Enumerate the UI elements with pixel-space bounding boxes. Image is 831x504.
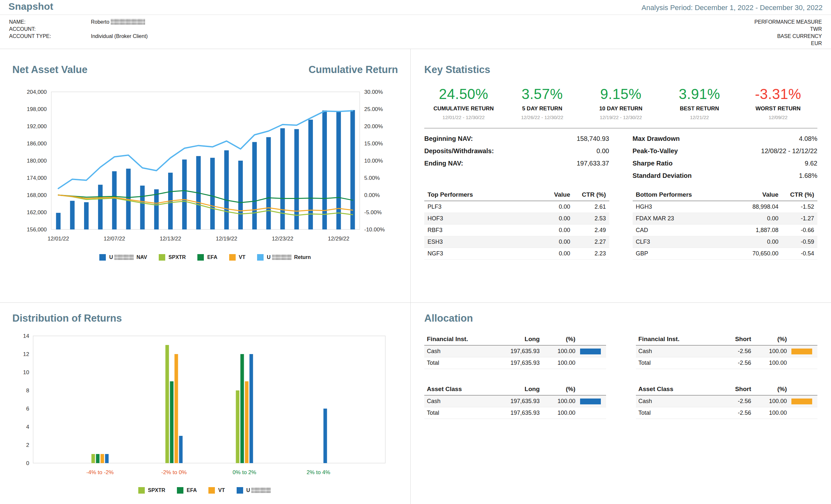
allocation-row-value: -2.56 bbox=[689, 348, 751, 355]
legend-label: EFA bbox=[187, 487, 197, 493]
performer-ctr: -1.52 bbox=[778, 204, 814, 210]
account-info-section: NAME: Roberto ACCOUNT: ACCOUNT TYPE: Ind… bbox=[0, 15, 831, 49]
performer-row: HGH388,998.04-1.52 bbox=[633, 201, 818, 213]
detail-row: Deposits/Withdrawals:0.00 bbox=[424, 145, 609, 157]
account-info-left: NAME: Roberto ACCOUNT: ACCOUNT TYPE: Ind… bbox=[9, 19, 148, 49]
detail-value: 4.08% bbox=[799, 132, 818, 145]
allocation-row-pct: 100.00 bbox=[751, 398, 787, 405]
allocation-row-value: 197,635.93 bbox=[478, 398, 540, 405]
performer-row: PLF30.002.61 bbox=[424, 201, 609, 213]
performance-measure-label: PERFORMANCE MEASURE bbox=[754, 19, 822, 25]
legend-item: EFA bbox=[177, 487, 197, 494]
performer-row: HOF30.002.53 bbox=[424, 213, 609, 225]
stat-10-day-return: 9.15%10 DAY RETURN12/19/22 - 12/30/22 bbox=[581, 86, 660, 120]
svg-text:174,000: 174,000 bbox=[27, 175, 47, 181]
svg-text:12/19/22: 12/19/22 bbox=[216, 236, 237, 242]
performer-ctr: -0.66 bbox=[778, 227, 814, 234]
stat-label: WORST RETURN bbox=[739, 106, 818, 112]
allocation-total-label: Total bbox=[638, 410, 690, 416]
allocation-header-category: Asset Class bbox=[427, 386, 478, 393]
redacted-text bbox=[114, 255, 134, 260]
allocation-total-value: 197,635.93 bbox=[478, 410, 540, 416]
info-row-name: NAME: Roberto bbox=[9, 19, 148, 25]
detail-row: Ending NAV:197,633.37 bbox=[424, 157, 609, 170]
allocation-tables: Financial Inst.Long(%)Cash197,635.93100.… bbox=[424, 333, 818, 419]
detail-label: Sharpe Ratio bbox=[633, 157, 672, 170]
legend-label: EFA bbox=[207, 255, 217, 260]
name-label: NAME: bbox=[9, 19, 91, 25]
performer-ctr: -0.54 bbox=[778, 250, 814, 257]
distribution-chart: 02468101214-4% to -2%-2% to 0%0% to 2%2%… bbox=[12, 333, 391, 479]
allocation-bar bbox=[792, 398, 812, 404]
legend-label: SPXTR bbox=[148, 487, 165, 493]
top-performers-table: Top PerformersValueCTR (%)PLF30.002.61HO… bbox=[424, 189, 609, 260]
stat-label: 5 DAY RETURN bbox=[503, 106, 581, 112]
stat-cumulative-return: 24.50%CUMULATIVE RETURN12/01/22 - 12/30/… bbox=[424, 86, 503, 120]
legend-swatch bbox=[197, 254, 204, 261]
performers-header-row: Top PerformersValueCTR (%) bbox=[424, 189, 609, 201]
allocation-row-pct: 100.00 bbox=[540, 348, 576, 355]
performer-ctr: 2.53 bbox=[570, 215, 606, 222]
detail-value: 12/08/22 - 12/12/22 bbox=[761, 145, 818, 157]
allocation-table-asset-class-short: Asset ClassShort(%)Cash-2.56100.00Total-… bbox=[636, 383, 818, 419]
allocation-bar-cell bbox=[787, 398, 815, 404]
performer-ctr: -1.27 bbox=[778, 215, 814, 222]
stat-label: CUMULATIVE RETURN bbox=[424, 106, 503, 112]
svg-text:12/07/22: 12/07/22 bbox=[104, 236, 125, 242]
allocation-header-pct: (%) bbox=[751, 386, 787, 393]
allocation-row-name: Cash bbox=[427, 348, 478, 355]
performer-symbol: PLF3 bbox=[428, 204, 515, 210]
detail-label: Ending NAV: bbox=[424, 157, 463, 170]
allocation-bar-cell bbox=[576, 398, 603, 404]
performer-symbol: NGF3 bbox=[428, 250, 515, 257]
legend-label: U bbox=[247, 487, 273, 493]
key-stats-highlights: 24.50%CUMULATIVE RETURN12/01/22 - 12/30/… bbox=[424, 86, 818, 120]
nav-section: Net Asset Value Cumulative Return 156,00… bbox=[0, 49, 411, 303]
allocation-total-pct: 100.00 bbox=[540, 360, 576, 366]
net-asset-value-title: Net Asset Value bbox=[12, 64, 87, 76]
performer-ctr: 2.61 bbox=[570, 204, 606, 210]
allocation-total-label: Total bbox=[427, 410, 478, 416]
allocation-header-side: Long bbox=[478, 386, 540, 393]
svg-text:-10.00%: -10.00% bbox=[364, 227, 385, 233]
allocation-header-side: Long bbox=[478, 335, 540, 343]
detail-label: Beginning NAV: bbox=[424, 132, 473, 145]
performer-symbol: CLF3 bbox=[636, 239, 723, 245]
svg-text:12/29/22: 12/29/22 bbox=[328, 236, 349, 242]
detail-value: 197,633.37 bbox=[576, 157, 609, 170]
detail-row: Peak-To-Valley12/08/22 - 12/12/22 bbox=[633, 145, 818, 157]
stat-label: BEST RETURN bbox=[660, 106, 739, 112]
allocation-row-name: Cash bbox=[427, 398, 478, 405]
performance-measure-value: TWR bbox=[754, 26, 822, 32]
allocation-table-financial-inst-long: Financial Inst.Long(%)Cash197,635.93100.… bbox=[424, 333, 606, 369]
legend-item: VT bbox=[208, 487, 225, 494]
account-type-label: ACCOUNT TYPE: bbox=[9, 33, 91, 39]
svg-text:-5.00%: -5.00% bbox=[364, 209, 382, 215]
svg-text:180,000: 180,000 bbox=[27, 158, 47, 164]
stat-value: 3.57% bbox=[503, 86, 581, 102]
detail-label: Deposits/Withdrawals: bbox=[424, 145, 494, 157]
account-type-value: Individual (Broker Client) bbox=[91, 33, 148, 39]
allocation-row-pct: 100.00 bbox=[540, 398, 576, 405]
key-statistics-title: Key Statistics bbox=[424, 64, 818, 76]
allocation-bar bbox=[792, 349, 812, 354]
allocation-header-side: Short bbox=[689, 335, 751, 343]
stat-worst-return: -3.31%WORST RETURN12/09/22 bbox=[739, 86, 818, 120]
allocation-row-value: -2.56 bbox=[689, 398, 751, 405]
performer-value: 0.00 bbox=[723, 239, 778, 245]
legend-swatch bbox=[99, 254, 106, 261]
legend-item: U Return bbox=[257, 254, 311, 261]
allocation-total-label: Total bbox=[638, 360, 690, 366]
svg-text:12/13/22: 12/13/22 bbox=[160, 236, 181, 242]
svg-text:30.00%: 30.00% bbox=[364, 89, 383, 95]
detail-label: Max Drawdown bbox=[633, 132, 680, 145]
allocation-total-row: Total197,635.93100.00 bbox=[424, 357, 606, 369]
detail-row: Beginning NAV:158,740.93 bbox=[424, 132, 609, 145]
nav-return-combo-chart: 156,000162,000168,000174,000180,000186,0… bbox=[12, 88, 395, 246]
redacted-text bbox=[251, 487, 271, 493]
svg-text:156,000: 156,000 bbox=[27, 227, 47, 233]
performer-value: 70,650.00 bbox=[723, 250, 778, 257]
legend-swatch bbox=[229, 254, 236, 261]
performer-symbol: ESH3 bbox=[428, 239, 515, 245]
performer-row: CLF30.00-0.59 bbox=[633, 236, 818, 248]
